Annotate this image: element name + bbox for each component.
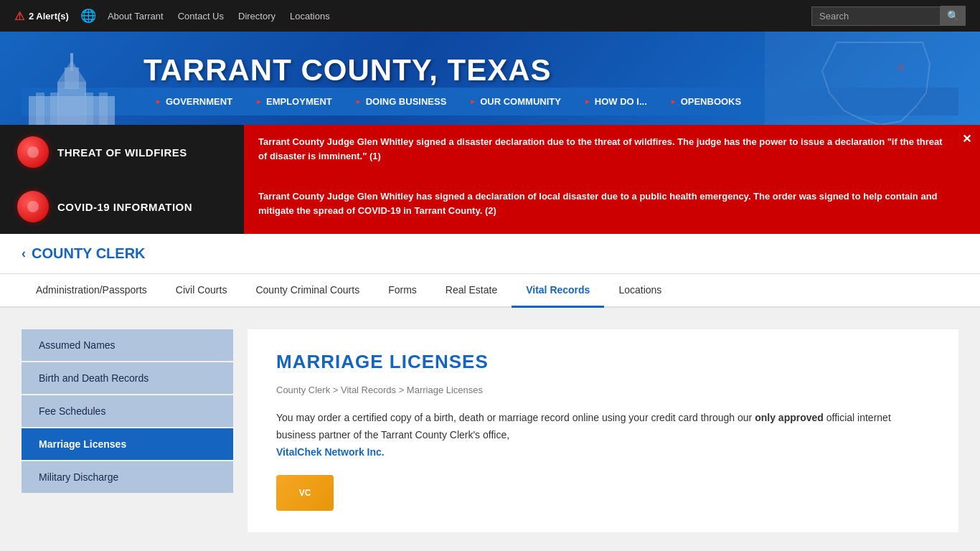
vitalchek-link[interactable]: VitalChek Network Inc.: [276, 446, 385, 458]
department-header: ‹ COUNTY CLERK: [0, 234, 980, 274]
contact-us-link[interactable]: Contact Us: [178, 11, 224, 22]
alert-icon: ⚠: [14, 9, 24, 23]
search-button[interactable]: 🔍: [941, 6, 966, 26]
nav-arrow-openbooks: ►: [670, 98, 677, 105]
tab-vital-records[interactable]: Vital Records: [512, 274, 604, 308]
sidebar-item-marriage-licenses[interactable]: Marriage Licenses: [22, 428, 233, 460]
courthouse-svg: [14, 39, 129, 125]
sub-navigation: Administration/Passports Civil Courts Co…: [0, 274, 980, 308]
page-title: MARRIAGE LICENSES: [276, 351, 930, 373]
nav-openbooks[interactable]: ► OPENBOOKS: [659, 88, 753, 116]
svg-rect-5: [50, 93, 59, 125]
search-input[interactable]: [811, 6, 941, 26]
alert-badge[interactable]: ⚠ 2 Alert(s): [14, 9, 69, 23]
svg-rect-4: [36, 93, 44, 125]
wildfire-alert-icon: [17, 136, 49, 168]
locations-link[interactable]: Locations: [290, 11, 330, 22]
svg-rect-6: [85, 93, 93, 125]
logo-area: VC: [276, 475, 930, 511]
tab-admin-passports[interactable]: Administration/Passports: [22, 274, 161, 308]
tab-civil-courts[interactable]: Civil Courts: [161, 274, 242, 308]
back-arrow-icon[interactable]: ‹: [22, 246, 26, 261]
tab-county-criminal-courts[interactable]: County Criminal Courts: [241, 274, 374, 308]
sidebar-item-birth-death[interactable]: Birth and Death Records: [22, 362, 233, 394]
covid-label-text: COVID-19 INFORMATION: [57, 201, 192, 213]
nav-arrow-employment: ►: [255, 98, 263, 105]
nav-how-do-i[interactable]: ► HOW DO I...: [573, 88, 659, 116]
top-nav-links: About Tarrant Contact Us Directory Locat…: [108, 11, 330, 22]
close-wildfire-alert[interactable]: ✕: [962, 131, 971, 148]
sidebar-item-fee-schedules[interactable]: Fee Schedules: [22, 395, 233, 427]
svg-marker-8: [57, 60, 86, 82]
alert-count[interactable]: 2 Alert(s): [29, 11, 69, 22]
covid-alert-icon: [17, 191, 49, 222]
department-title: ‹ COUNTY CLERK: [22, 245, 958, 262]
globe-icon[interactable]: 🌐: [80, 8, 96, 24]
nav-government[interactable]: ► GOVERNMENT: [143, 88, 244, 116]
directory-link[interactable]: Directory: [238, 11, 275, 22]
nav-our-community[interactable]: ► OUR COMMUNITY: [458, 88, 573, 116]
vitalchek-logo: VC: [276, 475, 334, 511]
top-navigation: ⚠ 2 Alert(s) 🌐 About Tarrant Contact Us …: [0, 0, 980, 32]
header-banner: TARRANT COUNTY, TEXAS ► GOVERNMENT ► EMP…: [0, 32, 980, 125]
nav-arrow-government: ►: [155, 98, 162, 105]
nav-employment[interactable]: ► EMPLOYMENT: [244, 88, 344, 116]
texas-map-svg: [815, 35, 944, 125]
alert-row-wildfire: THREAT OF WILDFIRES Tarrant County Judge…: [0, 125, 980, 179]
sidebar-item-military-discharge[interactable]: Military Discharge: [22, 461, 233, 493]
wildfire-label-text: THREAT OF WILDFIRES: [57, 146, 187, 159]
bold-approved: only approved: [755, 412, 824, 423]
nav-arrow-doing-business: ►: [355, 98, 362, 105]
alert-row-covid: COVID-19 INFORMATION Tarrant County Judg…: [0, 179, 980, 234]
nav-doing-business[interactable]: ► DOING BUSINESS: [344, 88, 458, 116]
wildfire-alert-content: Tarrant County Judge Glen Whitley signed…: [244, 125, 980, 179]
breadcrumb: County Clerk > Vital Records > Marriage …: [276, 385, 930, 395]
intro-paragraph: You may order a certified copy of a birt…: [276, 410, 930, 461]
nav-arrow-how-do-i: ►: [584, 98, 591, 105]
covid-alert-content: Tarrant County Judge Glen Whitley has si…: [244, 179, 980, 234]
alert-section: THREAT OF WILDFIRES Tarrant County Judge…: [0, 125, 980, 234]
search-container: 🔍: [811, 6, 966, 26]
sub-nav-items: Administration/Passports Civil Courts Co…: [22, 274, 958, 306]
content-area: Assumed Names Birth and Death Records Fe…: [0, 308, 980, 551]
nav-arrow-our-community: ►: [469, 98, 476, 105]
tab-locations[interactable]: Locations: [604, 274, 676, 308]
sidebar: Assumed Names Birth and Death Records Fe…: [22, 329, 233, 532]
alert-label-covid: COVID-19 INFORMATION: [0, 179, 244, 234]
sidebar-item-assumed-names[interactable]: Assumed Names: [22, 329, 233, 361]
department-title-text: COUNTY CLERK: [32, 245, 146, 262]
tab-forms[interactable]: Forms: [374, 274, 431, 308]
top-nav-left: ⚠ 2 Alert(s) 🌐 About Tarrant Contact Us …: [14, 8, 330, 24]
svg-point-9: [897, 64, 905, 71]
about-tarrant-link[interactable]: About Tarrant: [108, 11, 164, 22]
svg-rect-7: [99, 93, 108, 125]
main-content: MARRIAGE LICENSES County Clerk > Vital R…: [248, 329, 958, 532]
tab-real-estate[interactable]: Real Estate: [431, 274, 512, 308]
alert-label-wildfire: THREAT OF WILDFIRES: [0, 125, 244, 179]
